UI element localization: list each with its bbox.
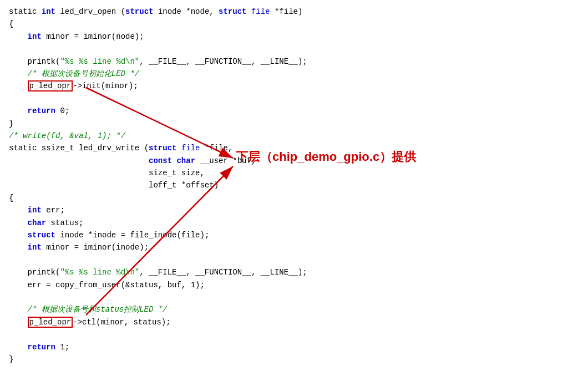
code-line-15: loff_t *offset): [9, 179, 579, 191]
code-line-17: int err;: [9, 204, 579, 216]
code-line-3: int minor = iminor(node);: [9, 31, 579, 43]
code-line-25: /* 根据次设备号和status控制LED */: [9, 303, 579, 316]
code-line-23: err = copy_from_user(&status, buf, 1);: [9, 279, 579, 291]
code-line-11: /* write(fd, &val, 1); */: [9, 130, 579, 142]
code-line-12: static ssize_t led_drv_write (struct fil…: [9, 142, 579, 154]
code-line-24: [9, 291, 579, 303]
code-line-19: struct inode *inode = file_inode(file);: [9, 229, 579, 241]
code-line-6: /* 根据次设备号初始化LED */: [9, 68, 579, 80]
code-line-4: [9, 43, 579, 55]
code-line-26: p_led_opr->ctl(minor, status);: [9, 316, 579, 328]
code-line-8: [9, 93, 579, 105]
code-line-14: size_t size,: [9, 167, 579, 179]
code-line-13: const char __user *buf,: [9, 155, 579, 167]
code-line-1: static int led_drv_open (struct inode *n…: [9, 6, 579, 18]
code-container: static int led_drv_open (struct inode *n…: [0, 0, 588, 371]
code-line-16: {: [9, 192, 579, 204]
code-line-20: int minor = iminor(inode);: [9, 241, 579, 253]
code-line-21: [9, 254, 579, 266]
code-line-27: [9, 328, 579, 340]
code-line-10: }: [9, 118, 579, 130]
code-line-22: printk("%s %s line %d\n", __FILE__, __FU…: [9, 266, 579, 278]
code-line-5: printk("%s %s line %d\n", __FILE__, __FU…: [9, 55, 579, 68]
code-block: static int led_drv_open (struct inode *n…: [9, 6, 579, 365]
code-line-9: return 0;: [9, 105, 579, 117]
code-line-29: }: [9, 353, 579, 365]
code-line-7: p_led_opr->init(minor);: [9, 80, 579, 92]
code-line-28: return 1;: [9, 341, 579, 353]
code-line-18: char status;: [9, 217, 579, 229]
code-line-2: {: [9, 18, 579, 30]
